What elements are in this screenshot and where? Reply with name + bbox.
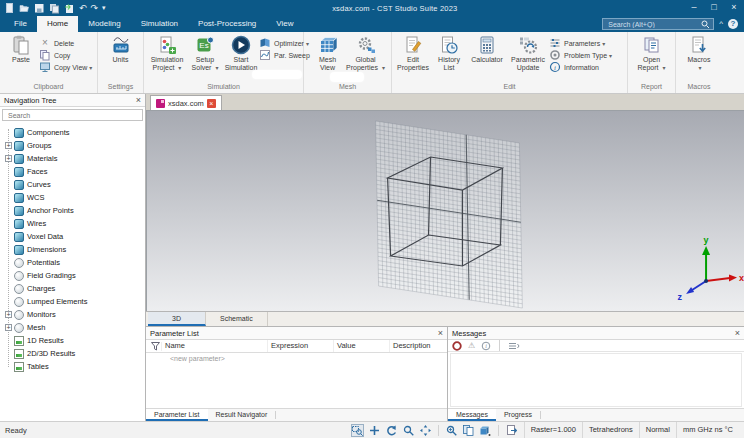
parameters-button[interactable]: Parameters ▾ bbox=[549, 37, 612, 49]
ribbon-tab[interactable]: Modeling bbox=[78, 16, 130, 32]
redo-icon[interactable]: ↷ bbox=[91, 3, 99, 13]
simulation-project-button[interactable]: Simulation Project ▾ bbox=[147, 35, 187, 72]
tree-item[interactable]: + Groups bbox=[0, 139, 145, 152]
tree-item[interactable]: Dimensions bbox=[0, 243, 145, 256]
close-icon[interactable]: × bbox=[735, 328, 740, 338]
tree-item[interactable]: + Mesh bbox=[0, 321, 145, 334]
start-simulation-button[interactable]: Start Simulation bbox=[223, 35, 259, 72]
ribbon-tab[interactable]: Home bbox=[37, 16, 78, 32]
document-tab[interactable]: xsdax.com × bbox=[150, 95, 222, 110]
tree-item[interactable]: Lumped Elements bbox=[0, 295, 145, 308]
messages-body[interactable] bbox=[450, 353, 742, 407]
tree-item[interactable]: Anchor Points bbox=[0, 204, 145, 217]
history-list-button[interactable]: History List bbox=[431, 35, 467, 72]
tree-item[interactable]: 1D Results bbox=[0, 334, 145, 347]
mesh-type-indicator[interactable]: Tetrahedrons bbox=[582, 422, 639, 438]
macros-button[interactable]: Macros ▾ bbox=[681, 35, 717, 72]
save-icon[interactable] bbox=[34, 3, 45, 14]
tab-3d[interactable]: 3D bbox=[148, 312, 206, 326]
maximize-button[interactable]: □ bbox=[704, 0, 724, 16]
undo-icon[interactable]: ↶ bbox=[79, 3, 87, 13]
new-parameter-row[interactable]: <new parameter> bbox=[146, 353, 447, 364]
copy-view-button[interactable]: Copy View ▾ bbox=[39, 61, 92, 73]
expand-icon[interactable]: + bbox=[5, 311, 12, 318]
tab-parameter-list[interactable]: Parameter List bbox=[146, 409, 208, 421]
tree-item[interactable]: WCS bbox=[0, 191, 145, 204]
tree-item[interactable]: Curves bbox=[0, 178, 145, 191]
new-file-icon[interactable] bbox=[4, 3, 15, 14]
info-filter-icon[interactable]: i bbox=[481, 341, 491, 351]
tab-progress[interactable]: Progress bbox=[496, 409, 540, 421]
tree-item[interactable]: 2D/3D Results bbox=[0, 347, 145, 360]
tree-item[interactable]: Voxel Data bbox=[0, 230, 145, 243]
viewport-3d[interactable]: y x z bbox=[146, 111, 744, 311]
pan-icon[interactable] bbox=[419, 424, 432, 437]
search-input[interactable] bbox=[606, 20, 701, 29]
problem-type-button[interactable]: Problem Type ▾ bbox=[549, 49, 612, 61]
tab-result-navigator[interactable]: Result Navigator bbox=[208, 409, 276, 421]
tree-item[interactable]: Potentials bbox=[0, 256, 145, 269]
dynamic-zoom-icon[interactable] bbox=[402, 424, 415, 437]
paste-button[interactable]: Paste bbox=[3, 35, 39, 64]
help-icon[interactable]: ? bbox=[728, 19, 738, 29]
delete-button[interactable]: × Delete bbox=[39, 37, 92, 49]
mesh-view-button[interactable]: Mesh View bbox=[310, 35, 346, 72]
tree-search[interactable] bbox=[2, 109, 143, 121]
optimizer-button[interactable]: Optimizer ▾ bbox=[259, 37, 310, 49]
parametric-update-button[interactable]: Parametric Update bbox=[507, 35, 549, 72]
units-button[interactable]: Units bbox=[103, 35, 139, 64]
close-tab-icon[interactable]: × bbox=[207, 99, 216, 108]
move-icon[interactable] bbox=[368, 424, 381, 437]
tree-item[interactable]: Faces bbox=[0, 165, 145, 178]
tree-item[interactable]: + Materials bbox=[0, 152, 145, 165]
rotate-icon[interactable] bbox=[385, 424, 398, 437]
filter-icon[interactable] bbox=[146, 342, 162, 351]
warnings-filter-icon[interactable]: ⚠ bbox=[468, 341, 475, 351]
zoom-select-icon[interactable] bbox=[351, 424, 364, 437]
tree-search-input[interactable] bbox=[6, 111, 139, 120]
tab-messages[interactable]: Messages bbox=[448, 409, 496, 421]
edit-properties-button[interactable]: Edit Properties bbox=[395, 35, 431, 72]
units-indicator[interactable]: mm GHz ns °C bbox=[676, 422, 739, 438]
raster-settings-icon[interactable] bbox=[505, 424, 518, 437]
close-icon[interactable]: × bbox=[438, 328, 443, 338]
column-expression[interactable]: Expression bbox=[268, 340, 334, 352]
expand-icon[interactable]: + bbox=[5, 324, 12, 331]
minimize-button[interactable]: – bbox=[684, 0, 704, 16]
open-report-button[interactable]: Open Report ▾ bbox=[634, 35, 670, 72]
quality-indicator[interactable]: Normal bbox=[639, 422, 676, 438]
column-name[interactable]: Name bbox=[162, 340, 268, 352]
tree-item[interactable]: + Monitors bbox=[0, 308, 145, 321]
close-button[interactable]: × bbox=[724, 0, 744, 16]
par-sweep-button[interactable]: Par. Sweep bbox=[259, 49, 310, 61]
column-value[interactable]: Value bbox=[334, 340, 390, 352]
fit-view-icon[interactable] bbox=[479, 424, 492, 437]
raster-indicator[interactable]: Raster=1.000 bbox=[524, 422, 582, 438]
expand-icon[interactable]: + bbox=[5, 155, 12, 162]
setup-solver-button[interactable]: Es Setup Solver ▾ bbox=[187, 35, 223, 72]
open-file-icon[interactable] bbox=[19, 3, 30, 14]
message-list-icon[interactable] bbox=[508, 341, 520, 351]
collapse-ribbon-icon[interactable]: ^ bbox=[719, 19, 723, 29]
ribbon-search[interactable] bbox=[602, 18, 714, 30]
column-description[interactable]: Description bbox=[390, 340, 447, 352]
tree-item[interactable]: Components bbox=[0, 126, 145, 139]
information-button[interactable]: i Information bbox=[549, 61, 612, 73]
zoom-icon[interactable] bbox=[445, 424, 458, 437]
ribbon-tab[interactable]: File bbox=[4, 16, 37, 32]
tree-item[interactable]: Field Gradings bbox=[0, 269, 145, 282]
ribbon-tab[interactable]: Simulation bbox=[131, 16, 188, 32]
calculator-button[interactable]: Calculator bbox=[467, 35, 507, 64]
tree-item[interactable]: Tables bbox=[0, 360, 145, 373]
ribbon-tab[interactable]: Post-Processing bbox=[188, 16, 266, 32]
views-icon[interactable] bbox=[462, 424, 475, 437]
save-all-icon[interactable] bbox=[49, 3, 60, 14]
ribbon-tab[interactable]: View bbox=[266, 16, 303, 32]
errors-filter-icon[interactable] bbox=[452, 341, 462, 351]
close-icon[interactable]: × bbox=[136, 95, 141, 105]
expand-icon[interactable]: + bbox=[5, 142, 12, 149]
tab-schematic[interactable]: Schematic bbox=[206, 312, 268, 326]
copy-button[interactable]: Copy bbox=[39, 49, 92, 61]
import-icon[interactable] bbox=[64, 3, 75, 14]
tree-item[interactable]: Wires bbox=[0, 217, 145, 230]
